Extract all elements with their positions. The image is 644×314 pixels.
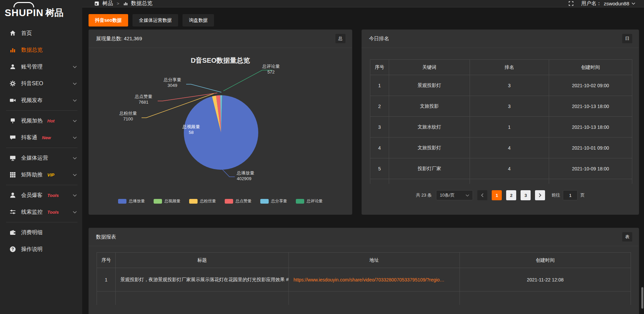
username-value: zswodun88 [604, 1, 629, 6]
ranking-panel-title: 今日排名 [369, 36, 389, 42]
goto-page-input[interactable] [563, 190, 578, 200]
sidebar-item-douyin-seo[interactable]: 抖音SEO [0, 75, 82, 92]
legend-swatch [225, 199, 233, 204]
sidebar-item-account[interactable]: 账号管理 [0, 58, 82, 75]
chevron-down-icon [73, 211, 77, 213]
legend-item-comments[interactable]: 总评论量 [296, 198, 323, 204]
sidebar-item-lead-monitor[interactable]: 线索监控 Tools [0, 204, 82, 220]
cell-rank: 3 [470, 96, 549, 117]
pie-label-shares: 总分享量 3049 [156, 77, 189, 88]
sidebar-item-member-baoke[interactable]: 会员爆客 Tools [0, 187, 82, 204]
brand-name-en: SHUPIN [5, 7, 44, 18]
chevron-down-icon [73, 83, 77, 85]
tools-badge: Tools [47, 193, 59, 198]
cell-index: 1 [370, 75, 389, 96]
video-link[interactable]: https://www.iesdouyin.com/share/video/70… [293, 277, 444, 282]
breadcrumb-item-current[interactable]: 数据总览 [131, 0, 153, 7]
legend-swatch [189, 199, 198, 204]
ranking-panel-header: 今日排名 日 [362, 30, 639, 48]
sidebar-divider [6, 222, 77, 222]
legend-item-play[interactable]: 总播放量 [118, 198, 145, 204]
user-menu[interactable]: 用户名：zswodun88 [581, 0, 635, 7]
day-mode-button[interactable]: 日 [622, 34, 632, 43]
legend-item-likes[interactable]: 总点赞量 [225, 198, 252, 204]
legend-item-fans[interactable]: 总粉丝量 [189, 198, 216, 204]
top-header: 树品 > 数据总览 用户名：zswodun88 [82, 0, 644, 7]
ranking-table: 序号 关键词 排名 创建时间 1 景观投影灯 3 [370, 59, 632, 184]
sidebar-item-instructions[interactable]: ? 操作说明 [0, 241, 82, 258]
page-button-2[interactable]: 2 [506, 190, 516, 200]
cell-title: 景观投影灯，夜游景观投影灯厂家展示展示落花灯在花园里的灯光投影应用效果 # [116, 268, 289, 292]
page-button-1[interactable]: 1 [492, 190, 502, 200]
legend-item-shares[interactable]: 总分享量 [260, 198, 287, 204]
chevron-down-icon [73, 120, 77, 122]
report-table: 序号 标题 地址 创建时间 1 景观投影灯，夜游景观投影灯厂家展示展示落花灯在花… [97, 252, 631, 305]
tab-media-operation-data[interactable]: 全媒体运营数据 [132, 14, 178, 27]
hot-badge: Hot [47, 118, 55, 123]
panels-row: 展现量总数: 421,369 总 D音SEO数据量总览 [89, 30, 639, 215]
legend-item-videos[interactable]: 总视频量 [154, 198, 180, 204]
cell-created: 2021-10-13 18:00 [549, 117, 632, 138]
sidebar-item-doketong[interactable]: 抖客通 New [0, 129, 82, 146]
sidebar-item-home[interactable]: 首页 [0, 25, 82, 42]
col-header-index: 序号 [370, 60, 389, 75]
fullscreen-icon[interactable] [568, 1, 574, 6]
page-size-select[interactable]: 10条/页 [436, 190, 473, 200]
heat-screen-icon [9, 117, 16, 124]
sidebar-item-video-heat[interactable]: 视频加热 Hot [0, 112, 82, 129]
sidebar-item-media-operation[interactable]: 全媒体运营 [0, 150, 82, 166]
dashboard-icon [94, 1, 99, 6]
sidebar-item-label: 会员爆客 [21, 192, 43, 199]
table-row: 4 文旅投影灯 4 2021-10-01 09:00 [370, 138, 632, 158]
cell-created: 2021-10-13 18:00 [549, 96, 632, 117]
goto-label: 前往 [551, 192, 560, 198]
leader-line-play [222, 169, 235, 177]
report-table-wrap: 序号 标题 地址 创建时间 1 景观投影灯，夜游景观投影灯厂家展示展示落花灯在花… [97, 252, 631, 306]
pie-label-likes: 总点赞量 7681 [127, 94, 160, 105]
chevron-down-icon [73, 174, 77, 176]
total-mode-button[interactable]: 总 [335, 34, 345, 43]
cell-url: https://www.iesdouyin.com/share/video/70… [289, 268, 460, 292]
cell-created: 2021-10-09 18:00 [549, 158, 632, 179]
pie-chart: D音SEO数据量总览 [89, 48, 352, 215]
overview-chart-panel: 展现量总数: 421,369 总 D音SEO数据量总览 [89, 30, 352, 215]
sidebar-item-data-overview[interactable]: 数据总览 [0, 42, 82, 58]
col-header-created: 创建时间 [549, 60, 632, 75]
header-right-controls: 用户名：zswodun88 [568, 0, 635, 7]
home-icon [9, 30, 16, 37]
table-row: 1 景观投影灯 3 2021-10-02 09:00 [370, 75, 632, 96]
table-row: 2 文旅投影 3 2021-10-13 18:00 [370, 96, 632, 117]
table-mode-button[interactable]: 表 [622, 232, 632, 242]
sidebar-item-label: 数据总览 [21, 47, 43, 54]
sidebar-item-label: 抖音SEO [21, 80, 43, 87]
cell-rank: 1 [470, 117, 549, 138]
new-badge: New [42, 135, 51, 140]
brand-logo: SHUPIN 树品 [0, 0, 82, 22]
sidebar-item-consumption-detail[interactable]: 消费明细 [0, 224, 82, 241]
chevron-down-icon [73, 157, 77, 159]
sidebar-item-label: 视频发布 [21, 97, 43, 104]
prev-page-button[interactable] [477, 190, 487, 200]
page-button-3[interactable]: 3 [521, 190, 531, 200]
breadcrumb: 树品 > 数据总览 [94, 0, 153, 7]
sidebar-item-matrix-boost[interactable]: 矩阵助推 VIP [0, 166, 82, 183]
chevron-down-icon [73, 99, 77, 102]
breadcrumb-item-home[interactable]: 树品 [102, 0, 113, 7]
pie-label-comments: 总评论量 572 [255, 63, 287, 75]
tab-inquiry-data[interactable]: 询盘数据 [182, 14, 214, 27]
sidebar-nav: 首页 数据总览 账号管理 抖音 [0, 22, 82, 258]
sidebar-item-label: 操作说明 [21, 246, 43, 253]
sidebar-item-video-publish[interactable]: 视频发布 [0, 92, 82, 109]
table-row: 3 文旅水纹灯 1 2021-10-13 18:00 [370, 117, 632, 138]
table-row-partial [370, 179, 632, 184]
cell-keyword: 文旅投影 [389, 96, 470, 117]
video-camera-icon [9, 97, 16, 104]
leader-line-shares [186, 84, 221, 92]
chevron-right-icon [539, 193, 541, 197]
sidebar-item-label: 首页 [21, 30, 32, 37]
cell-index: 2 [370, 96, 389, 117]
vertical-scrollbar[interactable] [641, 287, 643, 309]
svg-text:?: ? [11, 247, 14, 252]
tab-douyin-seo-data[interactable]: 抖音seo数据 [89, 14, 128, 27]
next-page-button[interactable] [535, 190, 545, 200]
